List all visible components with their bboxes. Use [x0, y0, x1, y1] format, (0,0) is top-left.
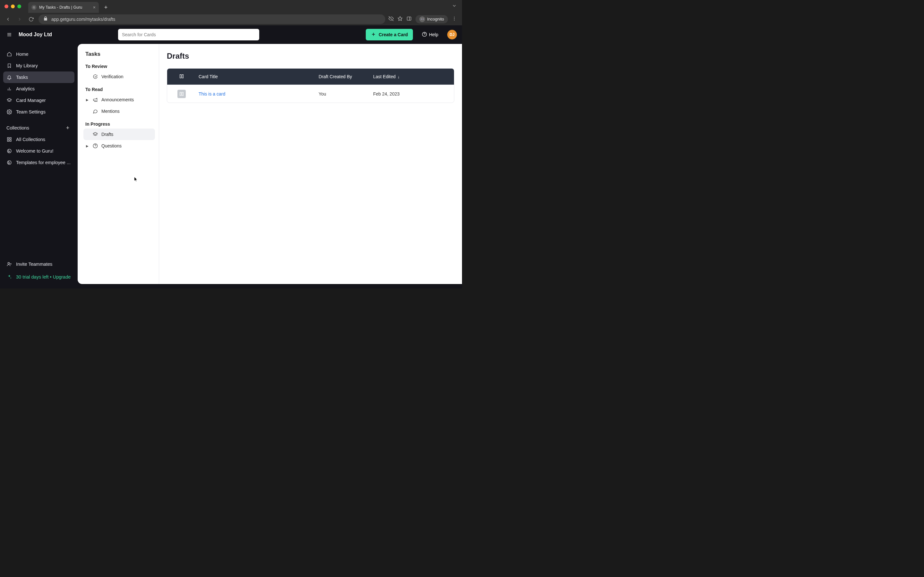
card-header-icon [179, 74, 184, 80]
person-plus-icon [6, 261, 12, 267]
svg-point-28 [93, 143, 97, 148]
url-text: app.getguru.com/mytasks/drafts [51, 17, 115, 22]
nav-collection-welcome[interactable]: Welcome to Guru! [3, 145, 74, 157]
trial-upgrade-link[interactable]: 30 trial days left • Upgrade [3, 271, 74, 283]
nav-card-manager[interactable]: Card Manager [3, 95, 74, 106]
star-icon[interactable] [397, 16, 403, 23]
nav-tasks[interactable]: Tasks [3, 71, 74, 83]
task-item-questions[interactable]: ▶ Questions [83, 140, 155, 152]
eye-off-icon[interactable] [389, 16, 394, 23]
tab-bar: G My Tasks - Drafts | Guru × + [0, 0, 462, 13]
browser-tab[interactable]: G My Tasks - Drafts | Guru × [28, 2, 99, 13]
check-circle-icon [92, 74, 98, 79]
card-icon [178, 90, 186, 98]
incognito-icon: 👓 [419, 16, 425, 22]
favicon-icon: G [31, 5, 37, 10]
svg-point-17 [9, 111, 10, 113]
svg-marker-0 [398, 16, 402, 21]
question-icon [92, 143, 98, 148]
col-icon[interactable] [167, 74, 196, 80]
bookmark-icon [6, 63, 12, 68]
stack-icon [6, 98, 12, 103]
tasks-panel: Tasks To Review Verification To Read ▶ A… [78, 44, 159, 284]
nav-collection-templates[interactable]: Templates for employee ... [3, 157, 74, 168]
tab-close-icon[interactable]: × [93, 5, 95, 10]
nav-home[interactable]: Home [3, 48, 74, 60]
chevron-right-icon: ▶ [86, 98, 89, 102]
gear-icon [6, 109, 12, 114]
stack-icon [92, 132, 98, 137]
sort-desc-icon: ↓ [397, 74, 400, 79]
window-close-icon[interactable] [5, 5, 8, 8]
sparkle-icon [6, 274, 12, 279]
drafts-table: Card Title Draft Created By Last Edited … [167, 68, 454, 103]
collections-header: Collections + [3, 122, 74, 134]
page-title: Drafts [167, 52, 454, 61]
svg-rect-20 [7, 140, 9, 141]
app-header: Mood Joy Ltd Search for Cards Create a C… [0, 25, 462, 44]
guru-icon [6, 148, 12, 153]
lock-icon [43, 16, 48, 22]
window-minimize-icon[interactable] [11, 5, 15, 8]
leftnav: Home My Library Tasks Analytics Card Man… [0, 44, 78, 288]
group-to-review: To Review [86, 64, 155, 69]
svg-marker-27 [93, 132, 97, 135]
chevron-right-icon: ▶ [86, 144, 89, 148]
incognito-badge[interactable]: 👓 Incognito [415, 15, 448, 23]
home-icon [6, 52, 12, 57]
panel-icon[interactable] [407, 16, 412, 23]
hamburger-icon[interactable] [5, 31, 13, 39]
address-bar: app.getguru.com/mytasks/drafts 👓 Incogni… [0, 13, 462, 25]
svg-marker-16 [7, 98, 11, 101]
col-card-title[interactable]: Card Title [196, 74, 316, 79]
kebab-menu-icon[interactable] [452, 16, 457, 23]
bell-icon [6, 75, 12, 80]
col-created-by[interactable]: Draft Created By [316, 74, 371, 79]
task-item-mentions[interactable]: Mentions [83, 105, 155, 117]
app: Mood Joy Ltd Search for Cards Create a C… [0, 25, 462, 288]
address-bar-icons: 👓 Incognito [389, 15, 457, 23]
svg-point-5 [454, 19, 455, 20]
create-card-button[interactable]: Create a Card [366, 29, 413, 40]
card-title-link[interactable]: This is a card [199, 91, 225, 97]
help-icon [422, 32, 427, 38]
main-column: Drafts Card Title Draft Created By Last … [159, 44, 462, 284]
task-item-drafts[interactable]: Drafts [83, 129, 155, 140]
task-item-announcements[interactable]: ▶ Announcements [83, 94, 155, 105]
nav-my-library[interactable]: My Library [3, 60, 74, 71]
table-row[interactable]: This is a card You Feb 24, 2023 [167, 85, 454, 103]
svg-rect-21 [10, 140, 11, 141]
tab-title: My Tasks - Drafts | Guru [39, 5, 90, 10]
col-last-edited[interactable]: Last Edited ↓ [371, 74, 454, 79]
new-tab-button[interactable]: + [102, 3, 110, 12]
back-button[interactable] [4, 15, 12, 23]
nav-all-collections[interactable]: All Collections [3, 134, 74, 145]
grid-icon [6, 137, 12, 142]
task-item-verification[interactable]: Verification [83, 71, 155, 82]
megaphone-icon [92, 97, 98, 102]
content-pane: Tasks To Review Verification To Read ▶ A… [78, 44, 462, 284]
created-by-value: You [318, 91, 326, 97]
browser-chrome: G My Tasks - Drafts | Guru × + app.getgu… [0, 0, 462, 25]
tab-overflow-icon[interactable] [452, 3, 457, 10]
table-header: Card Title Draft Created By Last Edited … [167, 69, 454, 85]
reload-button[interactable] [27, 15, 35, 23]
group-to-read: To Read [86, 87, 155, 92]
invite-teammates-button[interactable]: Invite Teammates [3, 258, 74, 270]
add-collection-button[interactable]: + [64, 124, 71, 131]
forward-button[interactable] [15, 15, 24, 23]
nav-team-settings[interactable]: Team Settings [3, 106, 74, 118]
url-field[interactable]: app.getguru.com/mytasks/drafts [39, 15, 385, 24]
help-button[interactable]: Help [422, 32, 438, 38]
last-edited-value: Feb 24, 2023 [373, 91, 400, 97]
avatar[interactable]: DJ [447, 30, 457, 39]
guru-icon [6, 160, 12, 165]
nav-analytics[interactable]: Analytics [3, 83, 74, 95]
svg-point-24 [8, 263, 9, 264]
svg-rect-19 [10, 137, 11, 139]
window-controls [5, 5, 21, 8]
search-input[interactable]: Search for Cards [118, 29, 259, 40]
svg-point-3 [454, 17, 455, 17]
workspace-name[interactable]: Mood Joy Ltd [19, 32, 52, 37]
window-maximize-icon[interactable] [17, 5, 21, 8]
